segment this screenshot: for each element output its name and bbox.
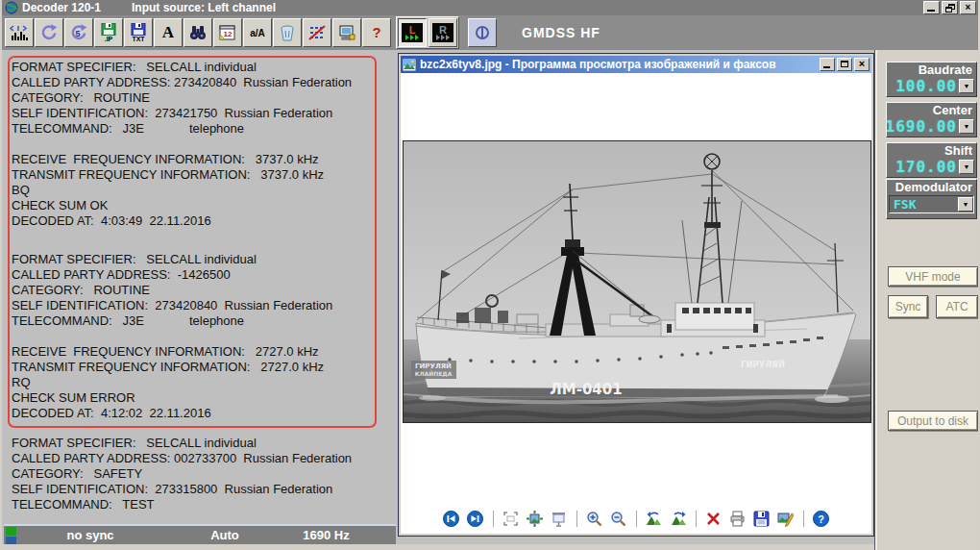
viewer-help-icon: ? bbox=[813, 511, 829, 527]
shift-control: Shift 170.00 ▼ bbox=[886, 142, 977, 178]
svg-text:5: 5 bbox=[75, 29, 80, 38]
output-to-disk-button[interactable]: Output to disk bbox=[888, 411, 978, 431]
best-fit-icon bbox=[502, 511, 519, 527]
hull-number: ЛМ-0401 bbox=[550, 381, 622, 398]
pause-button[interactable] bbox=[468, 18, 497, 47]
vhf-mode-button[interactable]: VHF mode bbox=[888, 266, 978, 287]
font-button[interactable]: A bbox=[154, 18, 183, 47]
rotate-left-button[interactable] bbox=[646, 510, 663, 527]
save-txt-icon bbox=[131, 23, 146, 36]
shift-dropdown-button[interactable]: ▼ bbox=[959, 160, 974, 174]
date-button[interactable]: 12 bbox=[213, 18, 242, 47]
zoom-in-button[interactable] bbox=[586, 510, 603, 527]
main-toolbar: 5 .IP TXT A bbox=[2, 15, 978, 50]
center-value: 1690.00 bbox=[886, 117, 957, 136]
viewer-minimize-button[interactable] bbox=[820, 58, 835, 71]
decoded-message-3: FORMAT SPECIFIER: SELCALL individual CAL… bbox=[12, 436, 352, 512]
center-dropdown-button[interactable]: ▼ bbox=[959, 119, 974, 134]
search-button[interactable] bbox=[184, 18, 212, 47]
viewer-toolbar: ? bbox=[401, 510, 871, 527]
mode-status: Auto bbox=[196, 528, 254, 542]
bow-ship-name: ГИРУЛЯЙ bbox=[741, 359, 785, 369]
svg-text:a/A: a/A bbox=[250, 28, 265, 38]
edit-button[interactable] bbox=[777, 510, 795, 527]
zoom-out-button[interactable] bbox=[610, 510, 627, 527]
actual-size-icon bbox=[527, 511, 543, 527]
refresh-button[interactable] bbox=[35, 18, 63, 47]
save-txt-button[interactable]: TXT bbox=[124, 18, 153, 47]
next-icon bbox=[467, 511, 483, 527]
globe-icon bbox=[5, 1, 18, 14]
shift-value: 170.00 bbox=[895, 158, 957, 176]
atc-button[interactable]: ATC bbox=[936, 295, 978, 318]
previous-icon bbox=[443, 511, 459, 527]
viewer-close-button[interactable]: × bbox=[854, 58, 870, 71]
baudrate-dropdown-button[interactable]: ▼ bbox=[959, 79, 974, 93]
rotate-left-icon bbox=[646, 511, 663, 527]
refresh-5-button[interactable]: 5 bbox=[64, 18, 93, 47]
demodulator-select[interactable]: FSK ▼ bbox=[889, 195, 974, 213]
save-button[interactable] bbox=[753, 510, 771, 527]
toolbar-separator bbox=[803, 511, 804, 527]
close-button[interactable]: × bbox=[960, 1, 976, 14]
zoom-out-icon bbox=[610, 511, 626, 527]
trash-icon bbox=[278, 23, 297, 42]
actual-size-button[interactable] bbox=[527, 510, 544, 527]
viewer-help-button[interactable]: ? bbox=[813, 510, 830, 527]
letter-case-button[interactable]: a/A bbox=[243, 18, 272, 47]
main-titlebar[interactable]: Decoder 120-1 Input source: Left channel… bbox=[2, 0, 978, 15]
right-channel-button[interactable]: R bbox=[429, 18, 457, 47]
rotate-right-icon bbox=[670, 511, 687, 527]
decoded-message-2: FORMAT SPECIFIER: SELCALL individual CAL… bbox=[12, 252, 332, 421]
grid-off-button[interactable] bbox=[303, 18, 331, 47]
svg-text:12: 12 bbox=[224, 30, 233, 38]
gmdss-mode-label: GMDSS HF bbox=[522, 25, 600, 40]
delete-icon bbox=[705, 511, 722, 527]
right-channel-icon: R bbox=[432, 23, 453, 42]
print-button[interactable] bbox=[729, 510, 747, 527]
slideshow-button[interactable] bbox=[551, 510, 568, 527]
refresh-5-icon: 5 bbox=[69, 23, 88, 42]
clear-button[interactable] bbox=[273, 18, 302, 47]
binoculars-icon bbox=[188, 23, 208, 42]
restore-button[interactable] bbox=[942, 1, 958, 14]
left-channel-icon: L bbox=[402, 23, 423, 42]
left-channel-button[interactable]: L bbox=[398, 18, 427, 47]
toolbar-separator bbox=[636, 511, 637, 527]
stern-port-name: КЛАЙПЕДА bbox=[415, 370, 453, 377]
edit-icon bbox=[777, 511, 794, 527]
demodulator-dropdown-button[interactable]: ▼ bbox=[958, 197, 973, 212]
frequency-status: 1690 Hz bbox=[290, 528, 362, 542]
input-source-label: Input source: Left channel bbox=[132, 1, 276, 14]
baudrate-label: Baudrate bbox=[887, 62, 976, 77]
svg-text:?: ? bbox=[818, 512, 824, 524]
control-panel: Baudrate 100.00 ▼ Center 1690.00 ▼ Shift… bbox=[875, 50, 980, 550]
viewer-titlebar[interactable]: bzc2x6tyv8.jpg - Программа просмотра изо… bbox=[401, 56, 871, 73]
demodulator-control: Demodulator FSK ▼ bbox=[886, 179, 977, 219]
status-green-indicator bbox=[6, 527, 16, 536]
best-fit-button[interactable] bbox=[502, 510, 520, 527]
viewer-maximize-button[interactable] bbox=[837, 58, 852, 71]
picture-icon bbox=[403, 59, 416, 71]
next-image-button[interactable] bbox=[467, 510, 484, 527]
spectrum-button[interactable] bbox=[5, 18, 34, 47]
letter-case-icon: a/A bbox=[248, 23, 267, 42]
baudrate-value: 100.00 bbox=[895, 77, 957, 95]
app-title: Decoder 120-1 bbox=[22, 1, 101, 14]
decoded-message-1: FORMAT SPECIFIER: SELCALL individual CAL… bbox=[12, 60, 352, 229]
rotate-right-button[interactable] bbox=[670, 510, 687, 527]
remote-button[interactable] bbox=[332, 18, 361, 47]
previous-image-button[interactable] bbox=[443, 510, 460, 527]
delete-button[interactable] bbox=[705, 510, 723, 527]
help-button[interactable]: ? bbox=[362, 18, 391, 47]
minimize-button[interactable] bbox=[923, 1, 940, 14]
sync-button[interactable]: Sync bbox=[888, 295, 928, 318]
center-control: Center 1690.00 ▼ bbox=[886, 102, 977, 138]
print-icon bbox=[729, 511, 746, 527]
save-ip-button[interactable]: .IP bbox=[94, 18, 123, 47]
viewer-content: ГИРУЛЯЙ КЛАЙПЕДА ГИРУЛЯЙ ЛМ-0401 bbox=[401, 73, 871, 534]
demodulator-label: Demodulator bbox=[887, 180, 976, 194]
decoder-output-panel[interactable]: FORMAT SPECIFIER: SELCALL individual CAL… bbox=[4, 50, 396, 524]
toolbar-separator bbox=[576, 511, 577, 527]
pause-icon bbox=[476, 26, 489, 39]
